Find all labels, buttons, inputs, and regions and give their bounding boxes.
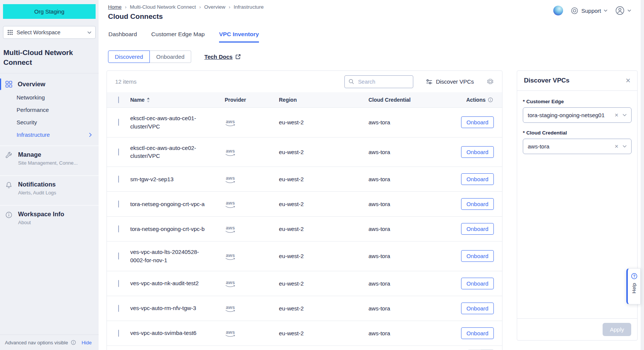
tab-vpc-inventory[interactable]: VPC Inventory — [219, 31, 259, 43]
sidebar-item-label: Workspace Info — [18, 211, 64, 218]
onboard-button[interactable]: Onboard — [461, 146, 494, 158]
sidebar-item-security[interactable]: Security — [0, 116, 99, 128]
workspace-selector[interactable]: Select Workspace — [3, 26, 96, 39]
row-checkbox[interactable] — [118, 176, 119, 183]
page-scrollbar[interactable] — [641, 0, 644, 350]
vpc-name: ves-vpc-auto-nk-audit-test2 — [130, 279, 210, 287]
onboard-button[interactable]: Onboard — [461, 198, 494, 210]
column-header-credential: Cloud Credential — [368, 97, 411, 103]
customer-edge-select[interactable]: tora-staging-ongoing-netseg01 × — [523, 107, 632, 123]
help-question-icon: ? — [631, 273, 638, 280]
breadcrumb-item: Infrastructure — [234, 4, 264, 10]
chevron-down-icon[interactable] — [623, 114, 627, 116]
items-count: 12 items — [115, 78, 137, 85]
account-menu[interactable] — [615, 6, 631, 15]
sidebar-item-networking[interactable]: Networking — [0, 91, 99, 104]
sidebar-item-infrastructure[interactable]: Infrastructure — [0, 128, 99, 141]
breadcrumb-item[interactable]: Overview — [204, 4, 225, 10]
sidebar-item-overview[interactable]: Overview — [0, 77, 99, 91]
aws-provider-icon: aws — [225, 253, 236, 261]
ai-assistant-icon[interactable] — [553, 6, 563, 15]
onboard-button[interactable]: Onboard — [461, 303, 494, 314]
onboard-button[interactable]: Onboard — [461, 116, 494, 128]
vpc-region: eu-west-2 — [279, 321, 368, 345]
advanced-nav-label: Advanced nav options visible — [5, 340, 68, 345]
vpc-name: eksctl-cec-aws-auto-ce02-cluster/VPC — [130, 144, 210, 160]
row-checkbox[interactable] — [118, 252, 119, 260]
gear-icon[interactable] — [487, 78, 494, 85]
row-checkbox[interactable] — [118, 119, 119, 126]
sidebar-item-manage[interactable]: Manage Site Management, Conne... — [0, 145, 99, 171]
tab-bar: Dashboard Customer Edge Map VPC Inventor… — [99, 21, 644, 43]
vpc-region: eu-west-2 — [279, 271, 368, 296]
row-checkbox[interactable] — [118, 305, 119, 312]
grid-dots-icon — [7, 29, 13, 35]
row-checkbox[interactable] — [118, 148, 119, 156]
sliders-icon — [426, 79, 432, 85]
sidebar-item-notifications[interactable]: Notifications Alerts, Audit Logs — [0, 175, 99, 200]
select-all-checkbox[interactable] — [118, 96, 119, 103]
panel-title: Discover VPCs — [524, 77, 569, 84]
sidebar-item-performance[interactable]: Performance — [0, 104, 99, 116]
external-link-icon — [235, 54, 241, 60]
table-footer: 10 50 100 items per page Page 1 of 2 — [107, 345, 502, 350]
aws-provider-icon: aws — [225, 226, 236, 234]
onboard-button[interactable]: Onboard — [461, 223, 494, 235]
sidebar-item-label: Overview — [18, 81, 45, 88]
tab-customer-edge-map[interactable]: Customer Edge Map — [151, 31, 205, 43]
sidebar-item-label: Infrastructure — [17, 131, 50, 138]
row-checkbox[interactable] — [118, 280, 119, 287]
search-input[interactable] — [357, 78, 409, 85]
sidebar-item-label: Manage — [18, 151, 78, 158]
vpc-name: ves-vpc-auto-svimba-test6 — [130, 329, 210, 337]
segment-discovered[interactable]: Discovered — [108, 50, 150, 63]
vpc-region: eu-west-2 — [279, 192, 368, 217]
sidebar-title: Multi-Cloud Network Connect — [3, 48, 95, 67]
breadcrumb-separator: › — [125, 5, 126, 10]
support-label: Support — [581, 8, 601, 14]
sidebar-item-label: Notifications — [18, 181, 56, 188]
column-header-name[interactable]: Name — [130, 97, 145, 103]
cloud-credential-select[interactable]: aws-tora × — [523, 139, 632, 154]
svg-text:?: ? — [633, 274, 635, 278]
row-checkbox[interactable] — [118, 330, 119, 337]
close-icon[interactable]: × — [626, 76, 630, 85]
breadcrumb-item[interactable]: Multi-Cloud Network Connect — [130, 4, 196, 10]
sidebar-item-label: Security — [17, 119, 37, 125]
tab-dashboard[interactable]: Dashboard — [108, 31, 137, 43]
segment-onboarded[interactable]: Onboarded — [150, 50, 191, 63]
apply-button[interactable]: Apply — [603, 323, 631, 336]
breadcrumb-separator: › — [199, 5, 201, 10]
onboard-button[interactable]: Onboard — [461, 278, 494, 289]
onboard-button[interactable]: Onboard — [461, 327, 494, 339]
row-checkbox[interactable] — [118, 200, 119, 208]
onboard-button[interactable]: Onboard — [461, 173, 494, 185]
bell-icon — [5, 181, 13, 196]
clear-icon[interactable]: × — [615, 143, 618, 150]
vpc-name: ves-vpc-auto-lts-20240528-0002-for-nov-1 — [130, 248, 210, 264]
discovery-segmented-control: Discovered Onboarded — [108, 50, 191, 63]
breadcrumb-home-link[interactable]: Home — [108, 4, 122, 10]
chevron-down-icon — [87, 31, 91, 34]
cloud-credential-value: aws-tora — [528, 143, 550, 150]
table-row: tora-netseg-ongoing-crt-vpc-a aws eu-wes… — [107, 192, 502, 217]
aws-provider-icon: aws — [225, 176, 236, 184]
sidebar-footer: Advanced nav options visible Hide — [0, 335, 99, 350]
help-tab[interactable]: ? Help — [626, 268, 641, 304]
table-toolbar: 12 items Discover VPCs — [107, 71, 502, 92]
onboard-button[interactable]: Onboard — [461, 250, 494, 262]
row-checkbox[interactable] — [118, 225, 119, 232]
discover-vpcs-button[interactable]: Discover VPCs — [424, 78, 476, 85]
org-banner[interactable]: Org Staging — [3, 4, 96, 19]
vpc-credential: aws-tora — [368, 321, 461, 345]
discover-vpcs-panel: Discover VPCs × *Customer Edge tora-stag… — [517, 70, 638, 341]
sidebar-item-workspace-info[interactable]: Workspace Info About — [0, 205, 99, 230]
sort-icon[interactable] — [147, 98, 150, 102]
chevron-down-icon[interactable] — [623, 145, 627, 148]
vpc-credential: aws-tora — [368, 108, 461, 138]
hide-advanced-nav-link[interactable]: Hide — [82, 340, 92, 345]
support-menu[interactable]: Support — [571, 7, 607, 15]
clear-icon[interactable]: × — [615, 112, 618, 118]
tech-docs-link[interactable]: Tech Docs — [204, 53, 241, 60]
vpc-table-body: eksctl-cec-aws-auto-ce01-cluster/VPC aws… — [107, 108, 502, 345]
